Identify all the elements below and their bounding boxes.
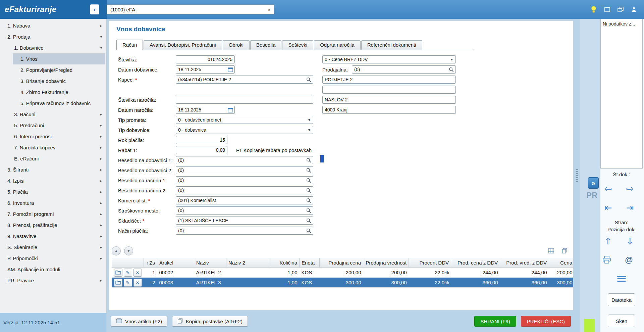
sidebar-item-sifranti[interactable]: 3. Šifranti▸ [0,164,106,175]
grid-header-artikel[interactable]: Artikel [157,258,194,268]
search-icon[interactable] [305,227,313,234]
edit-row-button[interactable]: ✎ [124,269,132,277]
tab-odprta-narocila[interactable]: Odprta naročila [314,40,361,50]
sidebar-item-inventura[interactable]: 6. Inventura▸ [0,197,106,208]
vnos-artikla-button[interactable]: Vnos artikla (F2) [111,316,167,327]
lightbulb-icon[interactable] [590,5,598,14]
besedilo-dobavnica-2-field[interactable]: (0) [176,166,313,174]
sidebar-item-pomozni-programi[interactable]: 7. Pomožni programi▸ [0,208,106,220]
user-icon[interactable] [630,5,638,14]
move-row-up-button[interactable]: ▲ [112,246,121,255]
tab-racun[interactable]: Račun [116,40,143,50]
besedilo-racun-2-field[interactable]: (0) [176,186,313,194]
grid-header-cena[interactable]: Cena [549,258,574,268]
besedilo-dobavnica-1-field[interactable]: (0) [176,156,313,164]
grid-header-prodajna-vrednost[interactable]: Prodajna vrednost [363,258,409,268]
kupec-naziv2-field[interactable] [322,86,456,94]
rabat-input[interactable] [176,146,227,154]
sidebar-item-nastavitve[interactable]: 9. Nastavitve▸ [0,231,106,242]
copy-grid-icon[interactable] [560,246,569,255]
datum-dobavnice-field[interactable]: 18.11.2025 [176,65,235,74]
open-row-button[interactable] [114,269,122,277]
table-row-selected[interactable]: ✎ × 2 00003 ARTIKEL 3 1,00 KOS 300,00 [112,278,574,288]
nacin-placila-field[interactable]: (0) [176,227,313,235]
datum-narocila-field[interactable]: 18.11.2025 [176,106,235,114]
grid-header-enota[interactable]: Enota [300,258,320,268]
page-down-icon[interactable]: ⇩ [624,235,636,247]
edit-row-button[interactable]: ✎ [124,279,132,287]
sidebar-item-prenosi-presifracije[interactable]: 8. Prenosi, prešifracije▸ [0,220,106,231]
search-icon[interactable] [305,167,313,174]
tab-referencni-dokumenti[interactable]: Referenčni dokumenti [361,40,422,50]
grid-header-procent-ddv[interactable]: Procent DDV [409,258,451,268]
expand-panel-button[interactable]: » [588,177,599,189]
company-select[interactable]: (1000) eFA ▸ [107,4,274,14]
tip-dobavnice-select[interactable]: 0 - dobavnica ▾ [176,126,313,134]
email-icon[interactable]: @ [623,254,635,266]
grid-header-zs[interactable]: ↑Zs [144,258,157,268]
page-up-icon[interactable]: ⇧ [602,235,614,247]
print-icon[interactable] [600,254,613,266]
search-icon[interactable] [305,76,313,83]
sidebar-item-placila[interactable]: 5. Plačila▸ [0,186,106,197]
kupec-field[interactable]: (53456114) PODJETJE 2 [176,76,313,84]
tab-obroki[interactable]: Obroki [223,40,250,50]
sidebar-item-priprava[interactable]: 5. Priprava računov iz dobavnic [0,98,106,109]
stroskovno-mesto-field[interactable]: (0) [176,206,313,215]
next-doc-icon[interactable]: ⇨ [624,183,636,195]
prodajalna-field[interactable]: (0) [352,65,456,74]
calendar-icon[interactable] [226,66,234,73]
calendar-icon[interactable] [226,106,234,113]
sken-button[interactable]: Sken [608,315,635,327]
grid-header-naziv[interactable]: Naziv [194,258,226,268]
sidebar-item-skeniranje[interactable]: S. Skeniranje▸ [0,242,106,253]
sidebar-collapse-button[interactable]: ‹ [90,4,99,14]
last-doc-icon[interactable]: ⇥ [624,202,636,214]
sidebar-item-pripomocki[interactable]: P. Pripomočki▸ [0,253,106,264]
grid-header-prod-cena-ddv[interactable]: Prod. cena z DDV [451,258,500,268]
save-button[interactable]: SHRANI (F9) [474,316,516,327]
search-icon[interactable] [305,197,313,204]
restore-windows-icon[interactable] [616,5,625,14]
rok-placila-input[interactable] [176,136,227,144]
first-doc-icon[interactable]: ⇤ [602,202,614,214]
maximize-icon[interactable] [603,5,611,14]
kupec-kraj-field[interactable]: 4000 Kranj [322,106,456,114]
sidebar-item-prodaja[interactable]: 2. Prodaja▾ [0,31,106,42]
search-icon[interactable] [305,156,313,164]
cancel-button[interactable]: PREKLIČI (ESC) [521,316,571,327]
kupec-naslov-field[interactable]: NASLOV 2 [322,96,456,104]
sidebar-item-racuni[interactable]: 3. Računi▸ [0,109,106,120]
kupec-naziv-field[interactable]: PODJETJE 2 [322,76,456,84]
pr-tab-label[interactable]: PR [586,191,597,200]
sidebar-item-interni-prenosi[interactable]: 6. Interni prenosi▸ [0,131,106,142]
stevilka-narocila-input[interactable] [176,96,313,104]
panel-splitter[interactable] [575,19,580,332]
tab-avansi[interactable]: Avansi, Dobropisi, Predračuni [144,40,222,50]
sidebar-item-izpisi[interactable]: 4. Izpisi▸ [0,175,106,186]
search-icon[interactable] [305,187,313,194]
sidebar-item-eracuni[interactable]: E. eRačuni▸ [0,153,106,164]
tab-sestevki[interactable]: Seštevki [282,40,313,50]
grid-header-naziv2[interactable]: Naziv 2 [226,258,269,268]
tip-prometa-select[interactable]: 0 - obdavčen promet ▾ [176,116,313,124]
sidebar-item-aplikacije-moduli[interactable]: AM. Aplikacije in moduli [0,264,106,275]
sidebar-item-pravice[interactable]: PR. Pravice▸ [0,275,106,286]
grid-settings-icon[interactable] [546,246,556,255]
search-icon[interactable] [305,217,313,224]
splitter-grip-icon[interactable] [576,169,578,183]
search-icon[interactable] [305,207,313,214]
open-row-button[interactable] [114,279,122,287]
datoteka-button[interactable]: Datoteka [608,293,635,306]
sidebar-item-narocila-kupcev[interactable]: 7. Naročila kupcev▸ [0,142,106,153]
prev-doc-icon[interactable]: ⇦ [602,183,614,195]
delete-row-button[interactable]: × [133,269,142,277]
delete-row-button[interactable]: × [133,279,142,287]
besedilo-racun-1-field[interactable]: (0) [176,176,313,184]
sidebar-item-nabava[interactable]: 1. Nabava▸ [0,20,106,31]
sidebar-item-dobavnice[interactable]: 1. Dobavnice▾ [0,42,106,53]
skladisce-field[interactable]: (1) SKLADIŠČE LESCE [176,217,313,225]
table-row[interactable]: ✎ × 1 00002 ARTIKEL 2 1,00 KOS 200,00 [112,268,574,278]
grid-header-prod-vred-ddv[interactable]: Prod. vred. z DDV [500,258,549,268]
cene-ddv-select[interactable]: 0 - Cene BREZ DDV ▾ [322,55,456,63]
